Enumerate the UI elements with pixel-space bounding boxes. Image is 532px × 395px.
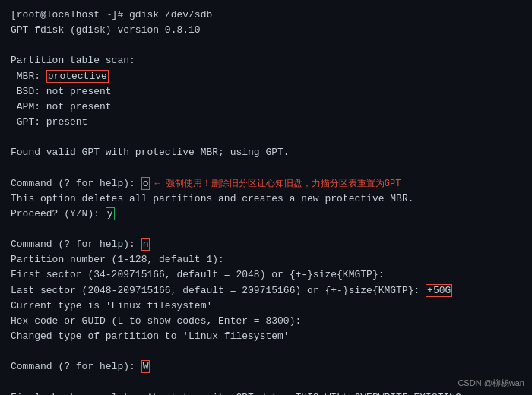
cmd-n-input: n bbox=[141, 238, 150, 251]
line-17: Partition number (1-128, default 1): bbox=[11, 252, 521, 267]
line-2: GPT fdisk (gdisk) version 0.8.10 bbox=[11, 23, 521, 38]
line-9 bbox=[11, 130, 521, 145]
line-cmd-w: Command (? for help): W bbox=[11, 359, 521, 374]
line-8: GPT: present bbox=[11, 115, 521, 130]
mbr-value: protective bbox=[46, 70, 109, 83]
cmd-o-input: o bbox=[141, 177, 150, 190]
proceed-input: y bbox=[106, 207, 115, 220]
line-5-mbr: MBR: protective bbox=[11, 69, 521, 84]
line-6: BSD: not present bbox=[11, 84, 521, 100]
line-proceed: Proceed? (Y/N): y bbox=[11, 207, 521, 222]
line-11 bbox=[11, 160, 521, 175]
cmd-w-input: W bbox=[141, 360, 150, 373]
line-last-sector: Last sector (2048-209715166, default = 2… bbox=[11, 283, 521, 299]
annotation-arrow: ← 强制使用！删除旧分区让心知旧盘，力描分区表重置为GPT bbox=[154, 177, 401, 190]
line-13: This option deletes all partitions and c… bbox=[11, 191, 521, 207]
line-4: Partition table scan: bbox=[11, 53, 521, 68]
watermark: CSDN @柳杨wan bbox=[458, 378, 524, 389]
line-21: Hex code or GUID (L to show codes, Enter… bbox=[11, 314, 521, 329]
terminal-window: [root@localhost ~]# gdisk /dev/sdb GPT f… bbox=[0, 0, 532, 395]
line-20: Current type is 'Linux filesystem' bbox=[11, 299, 521, 314]
line-22: Changed type of partition to 'Linux file… bbox=[11, 329, 521, 344]
line-blank3 bbox=[11, 374, 521, 390]
line-10: Found valid GPT with protective MBR; usi… bbox=[11, 145, 521, 160]
line-26: Final checks complete. About to write GP… bbox=[11, 390, 521, 395]
last-sector-input: +50G bbox=[426, 284, 452, 297]
line-blank1 bbox=[11, 222, 521, 237]
cmd-o-text: Command (? for help): o bbox=[11, 176, 150, 191]
line-7: APM: not present bbox=[11, 100, 521, 115]
line-cmd-o: Command (? for help): o ← 强制使用！删除旧分区让心知旧… bbox=[11, 176, 521, 191]
line-blank2 bbox=[11, 344, 521, 359]
line-3 bbox=[11, 38, 521, 53]
line-1: [root@localhost ~]# gdisk /dev/sdb bbox=[11, 8, 521, 23]
line-cmd-n: Command (? for help): n bbox=[11, 237, 521, 252]
line-18: First sector (34-209715166, default = 20… bbox=[11, 267, 521, 283]
